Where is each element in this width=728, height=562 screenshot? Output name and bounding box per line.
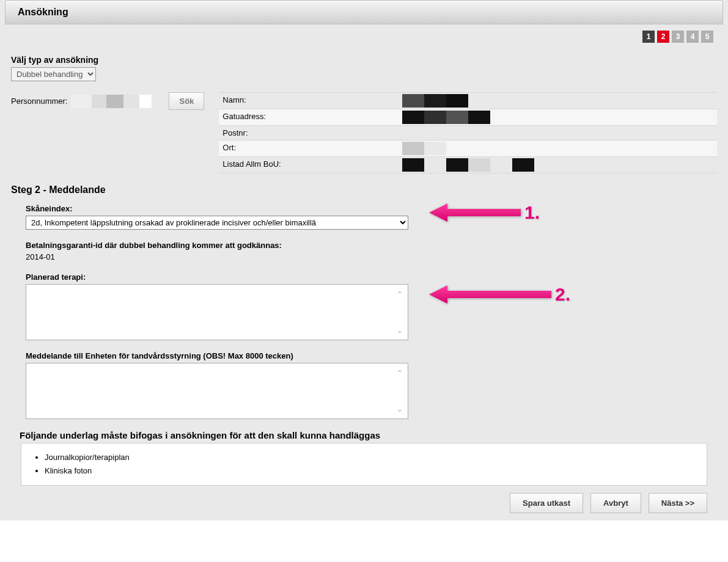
value-listad: [402, 157, 717, 173]
meddelande-textarea[interactable]: [26, 363, 393, 418]
chevron-up-icon[interactable]: ⌃: [396, 290, 403, 299]
next-button[interactable]: Nästa >>: [649, 493, 707, 513]
row-namn: Namn:: [219, 92, 717, 109]
step-1[interactable]: 1: [642, 31, 655, 43]
label-namn: Namn:: [219, 93, 402, 109]
betalnings-label: Betalningsgaranti-id där dubbel behandli…: [26, 241, 717, 250]
content-area: 1 2 3 4 5 Välj typ av ansökning Dubbel b…: [5, 24, 723, 516]
label-gatuadress: Gatuadress:: [219, 109, 402, 125]
planerad-label: Planerad terapi:: [26, 272, 717, 282]
step-3[interactable]: 3: [672, 31, 684, 43]
cancel-button[interactable]: Avbryt: [590, 493, 641, 513]
application-type-section: Välj typ av ansökning Dubbel behandling: [11, 55, 717, 81]
save-draft-button[interactable]: Spara utkast: [510, 493, 583, 513]
step-5[interactable]: 5: [701, 31, 713, 43]
skaneindex-select[interactable]: 2d, Inkompetent läppslutning orsakad av …: [26, 216, 408, 230]
meddelande-block: Meddelande till Enheten för tandvårdssty…: [26, 351, 717, 419]
row-postnr: Postnr:: [219, 125, 717, 140]
callout-2: 2.: [429, 282, 570, 307]
page-title: Ansökning: [18, 7, 710, 18]
chevron-up-icon[interactable]: ⌃: [396, 368, 403, 378]
planerad-textarea[interactable]: [26, 285, 393, 340]
personnummer-label: Personnummer:: [11, 97, 67, 106]
personnummer-field[interactable]: [71, 95, 152, 108]
scrollbar[interactable]: ⌃ ⌄: [394, 363, 405, 418]
person-info-table: Namn: Gatuadress:: [219, 92, 717, 173]
personnummer-group: Personnummer: Sök: [11, 92, 204, 110]
search-button[interactable]: Sök: [169, 92, 204, 110]
value-ort: [402, 140, 717, 156]
planerad-textarea-wrap: ⌃ ⌄: [26, 284, 408, 340]
attachment-item: Kliniska foton: [45, 464, 694, 478]
row-listad: Listad Allm BoU:: [219, 156, 717, 173]
step-heading: Steg 2 - Meddelande: [11, 184, 717, 195]
value-gatuadress: [402, 109, 717, 125]
betalnings-block: Betalningsgaranti-id där dubbel behandli…: [26, 241, 717, 261]
label-ort: Ort:: [219, 140, 402, 156]
attachments-heading: Följande underlag måste bifogas i ansökn…: [20, 430, 717, 440]
footer-buttons: Spara utkast Avbryt Nästa >>: [11, 491, 717, 516]
planerad-block: Planerad terapi: ⌃ ⌄ 2.: [26, 272, 717, 340]
row-ort: Ort:: [219, 140, 717, 156]
value-postnr: [402, 126, 717, 140]
step-indicator: 1 2 3 4 5: [11, 31, 717, 43]
meddelande-textarea-wrap: ⌃ ⌄: [26, 363, 408, 419]
application-type-select[interactable]: Dubbel behandling: [11, 67, 96, 81]
meddelande-label: Meddelande till Enheten för tandvårdssty…: [26, 351, 717, 360]
chevron-down-icon[interactable]: ⌄: [396, 404, 403, 414]
person-row: Personnummer: Sök Namn:: [11, 92, 717, 173]
label-listad: Listad Allm BoU:: [219, 157, 402, 173]
step-2[interactable]: 2: [657, 31, 669, 43]
arrow-icon: [429, 282, 551, 307]
skaneindex-label: Skåneindex:: [26, 204, 717, 213]
app-root: Ansökning 1 2 3 4 5 Välj typ av ansöknin…: [0, 0, 728, 520]
application-type-label: Välj typ av ansökning: [11, 55, 717, 65]
header-bar: Ansökning: [5, 0, 723, 24]
attachment-item: Journalkopior/terapiplan: [45, 451, 694, 464]
row-gatuadress: Gatuadress:: [219, 109, 717, 125]
betalnings-value: 2014-01: [26, 252, 717, 261]
step-4[interactable]: 4: [686, 31, 699, 43]
value-namn: [402, 93, 717, 109]
callout-2-label: 2.: [555, 284, 570, 305]
attachments-list: Journalkopior/terapiplan Kliniska foton: [45, 451, 694, 478]
chevron-down-icon[interactable]: ⌄: [396, 325, 403, 335]
label-postnr: Postnr:: [219, 126, 402, 140]
attachments-box: Journalkopior/terapiplan Kliniska foton: [21, 443, 707, 486]
scrollbar[interactable]: ⌃ ⌄: [394, 285, 405, 340]
svg-marker-1: [429, 285, 551, 304]
skaneindex-block: Skåneindex: 2d, Inkompetent läppslutning…: [26, 204, 717, 230]
